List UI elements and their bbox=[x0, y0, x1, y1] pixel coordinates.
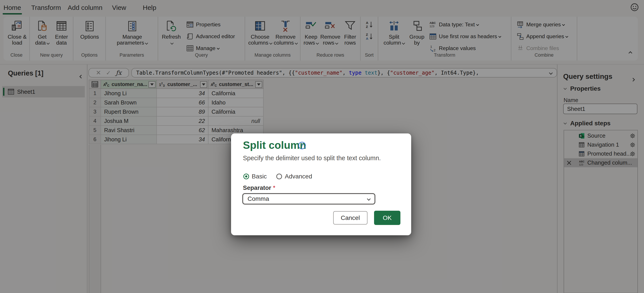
separator-label: Separator* bbox=[243, 184, 276, 191]
radio-basic[interactable] bbox=[243, 174, 249, 179]
dialog-title: Split column bbox=[243, 139, 306, 151]
cancel-button[interactable]: Cancel bbox=[333, 211, 368, 225]
dialog-description: Specify the delimiter used to split the … bbox=[243, 155, 381, 162]
separator-select[interactable]: Comma bbox=[242, 193, 375, 205]
split-column-dialog: Split column ? Specify the delimiter use… bbox=[231, 133, 411, 235]
help-icon[interactable]: ? bbox=[298, 142, 306, 149]
power-query-editor-window: Home Transform Add column View Help Clos… bbox=[0, 0, 644, 293]
radio-advanced[interactable] bbox=[276, 174, 282, 179]
ok-button[interactable]: OK bbox=[374, 211, 400, 225]
